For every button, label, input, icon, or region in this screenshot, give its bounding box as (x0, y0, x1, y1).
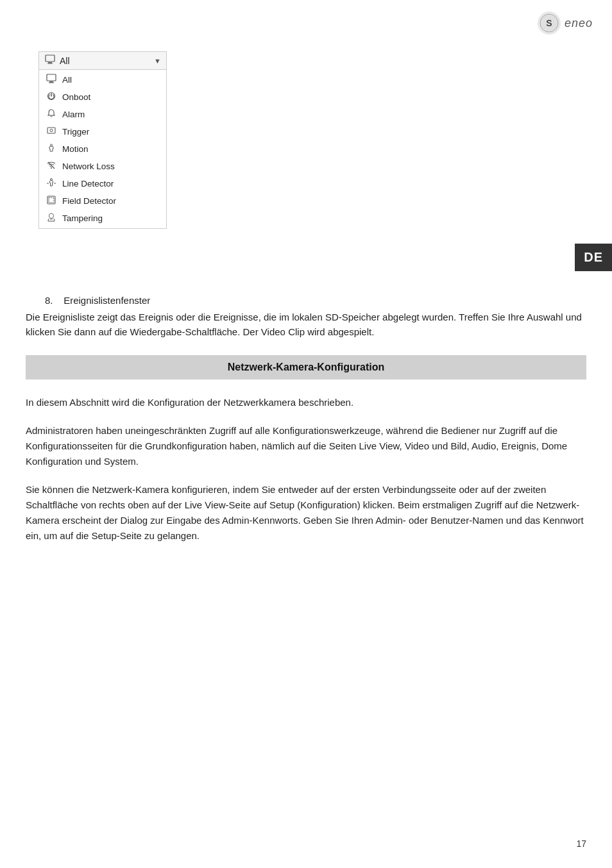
dropdown-list: All Onboot Alarm (39, 70, 166, 228)
svg-rect-2 (46, 55, 55, 62)
svg-rect-4 (47, 63, 53, 64)
dropdown-arrow-icon: ▼ (154, 57, 161, 65)
event-type-dropdown[interactable]: All ▼ All Onboot (38, 51, 167, 229)
svg-rect-6 (49, 81, 53, 83)
menu-item-tampering[interactable]: Tampering (39, 210, 166, 227)
svg-point-12 (51, 167, 52, 169)
menu-item-motion-label: Motion (62, 144, 89, 154)
page-number: 17 (576, 839, 586, 849)
logo-text: eneo (565, 17, 593, 30)
menu-item-all-label: All (62, 75, 72, 85)
section8-title: Ereignislistenfenster (64, 295, 150, 306)
network-config-para-1: In diesem Abschnitt wird die Konfigurati… (26, 395, 586, 410)
svg-rect-3 (48, 62, 52, 63)
menu-item-onboot[interactable]: Onboot (39, 88, 166, 106)
menu-item-all[interactable]: All (39, 71, 166, 88)
menu-item-onboot-label: Onboot (62, 92, 90, 102)
menu-item-network-loss[interactable]: Network Loss (39, 158, 166, 175)
all-icon (46, 74, 57, 86)
alarm-icon (46, 108, 57, 121)
menu-item-tampering-label: Tampering (62, 213, 103, 223)
logo-icon: S (538, 12, 561, 35)
logo-area: S eneo (538, 12, 593, 35)
menu-item-field-detector[interactable]: Field Detector (39, 192, 166, 210)
menu-item-alarm[interactable]: Alarm (39, 106, 166, 123)
svg-point-10 (50, 129, 53, 132)
tampering-icon (46, 212, 57, 224)
section8-description: Die Ereignisliste zeigt das Ereignis ode… (26, 310, 586, 340)
svg-rect-5 (47, 74, 56, 81)
menu-item-motion[interactable]: Motion (39, 140, 166, 158)
network-config-para-3: Sie können die Netzwerk-Kamera konfiguri… (26, 482, 586, 544)
network-config-para-2: Administratoren haben uneingeschränkten … (26, 423, 586, 469)
onboot-icon (46, 91, 57, 103)
svg-text:S: S (546, 18, 552, 28)
menu-item-trigger[interactable]: Trigger (39, 123, 166, 140)
dropdown-selected-label: All (60, 56, 70, 66)
menu-item-line-detector-label: Line Detector (62, 179, 114, 188)
dropdown-header[interactable]: All ▼ (39, 52, 166, 70)
menu-item-network-loss-label: Network Loss (62, 162, 115, 171)
field-detector-icon (46, 195, 57, 207)
network-config-header: Netzwerk-Kamera-Konfiguration (26, 355, 586, 380)
svg-rect-7 (49, 83, 54, 83)
dropdown-header-left: All (44, 54, 70, 67)
menu-item-field-detector-label: Field Detector (62, 196, 116, 206)
de-badge: DE (575, 244, 612, 271)
main-content: 8. Ereignislistenfenster Die Ereignislis… (26, 295, 586, 556)
menu-item-trigger-label: Trigger (62, 127, 89, 137)
menu-item-alarm-label: Alarm (62, 110, 85, 119)
line-detector-icon (46, 178, 57, 190)
network-loss-icon (46, 160, 57, 172)
trigger-icon (46, 126, 57, 138)
motion-icon (46, 143, 57, 155)
dropdown-selected-icon (44, 54, 56, 67)
menu-item-line-detector[interactable]: Line Detector (39, 175, 166, 192)
section8-number: 8. Ereignislistenfenster (45, 295, 586, 306)
svg-rect-18 (49, 197, 54, 203)
svg-rect-9 (47, 128, 55, 133)
